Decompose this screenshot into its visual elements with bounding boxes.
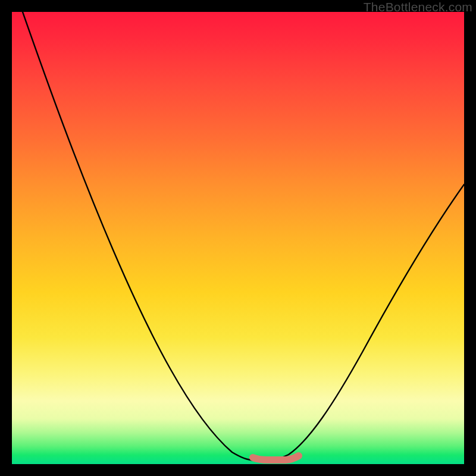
watermark-text: TheBottleneck.com: [364, 0, 472, 14]
bottleneck-curve: [12, 12, 464, 464]
curve-path: [23, 12, 464, 461]
plot-area: [12, 12, 464, 464]
chart-frame: TheBottleneck.com: [0, 0, 476, 476]
flat-bottom-segment: [253, 456, 299, 460]
